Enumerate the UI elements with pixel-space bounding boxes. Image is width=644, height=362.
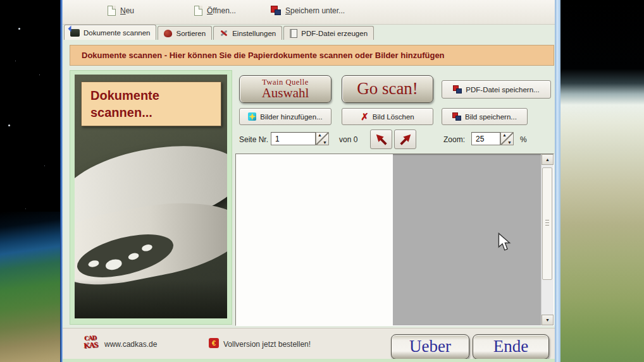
scanner-photo: Dokumente scannen...: [75, 75, 227, 318]
tab-label: Einstellungen: [232, 30, 276, 37]
twain-source-button[interactable]: Twain Quelle Auswahl: [239, 75, 331, 103]
footer-bar: CAD KAS www.cadkas.de € Vollversion jetz…: [63, 328, 555, 359]
open-file-icon: [194, 6, 202, 16]
desktop: Neu Öffnen... Speichern unter... Dokumen…: [0, 0, 644, 362]
open-button[interactable]: Öffnen...: [194, 6, 236, 16]
add-images-button[interactable]: Bilder hinzufügen...: [239, 108, 331, 125]
save-as-icon: [271, 6, 281, 15]
delete-image-button[interactable]: ✗ Bild Löschen: [342, 108, 433, 125]
zoom-spinner[interactable]: ▲ ▼: [500, 132, 514, 145]
spin-up-icon[interactable]: ▲: [502, 133, 507, 137]
info-banner: Dokumente scannen - Hier können Sie die …: [70, 45, 554, 66]
add-image-icon: [248, 112, 256, 121]
info-banner-text: Dokumente scannen - Hier können Sie die …: [82, 51, 445, 60]
go-scan-button[interactable]: Go scan!: [342, 75, 433, 103]
tab-bar: Dokumente scannen Sortieren Einstellunge…: [64, 25, 375, 40]
tab-label: Dokumente scannen: [84, 29, 150, 37]
tab-label: PDF-Datei erzeugen: [301, 30, 368, 37]
page-number-label: Seite Nr.: [239, 135, 268, 144]
earth-limb-right: [559, 0, 644, 362]
scroll-up-button[interactable]: ▲: [542, 154, 554, 165]
new-button-label: Neu: [120, 6, 134, 15]
spin-up-icon[interactable]: ▲: [318, 133, 322, 137]
delete-cross-icon: ✗: [361, 112, 369, 121]
mouse-cursor-icon: [497, 232, 511, 251]
pdf-save-icon: [453, 85, 462, 94]
rotate-left-button[interactable]: [370, 130, 392, 149]
vertical-scrollbar[interactable]: ▲ ▼: [541, 154, 554, 325]
earth-surface-left: [0, 212, 61, 362]
pdf-document-icon: [290, 29, 297, 38]
scrollbar-thumb[interactable]: [542, 167, 552, 280]
rotate-right-button[interactable]: [394, 130, 416, 149]
scrollbar-grip: [545, 220, 549, 226]
new-document-icon: [108, 6, 116, 16]
scanner-photo-panel: Dokumente scannen...: [70, 70, 232, 325]
tab-dokumente-scannen[interactable]: Dokumente scannen: [64, 25, 156, 40]
page-count-label: von 0: [339, 135, 357, 144]
tools-icon: [220, 29, 228, 37]
tab-einstellungen[interactable]: Einstellungen: [213, 26, 282, 40]
open-button-label: Öffnen...: [207, 6, 236, 15]
save-image-button[interactable]: Bild speichern...: [442, 108, 528, 125]
window-bottom-strip: [63, 359, 555, 362]
window-border-right: [555, 0, 560, 362]
zoom-unit-label: %: [520, 135, 527, 144]
add-images-label: Bilder hinzufügen...: [260, 113, 322, 121]
order-euro-icon[interactable]: €: [209, 338, 219, 348]
photo-shadow: [75, 279, 227, 318]
twain-source-line2: Auswahl: [240, 85, 331, 101]
arrow-up-left-icon: [375, 133, 388, 147]
zoom-input[interactable]: [471, 132, 500, 145]
scroll-down-button[interactable]: ▼: [542, 315, 554, 325]
order-link[interactable]: Vollversion jetzt bestellen!: [223, 340, 311, 349]
tab-label: Sortieren: [176, 30, 206, 37]
sort-icon: [164, 30, 172, 37]
arrow-up-right-icon: [399, 133, 412, 147]
page-number-spinner[interactable]: ▲ ▼: [316, 132, 329, 145]
spin-down-icon[interactable]: ▼: [323, 140, 327, 145]
website-link[interactable]: www.cadkas.de: [104, 340, 157, 349]
preview-page: [236, 154, 393, 325]
delete-image-label: Bild Löschen: [373, 113, 414, 121]
zoom-label: Zoom:: [443, 135, 465, 144]
scanner-icon: [70, 29, 80, 37]
save-as-button-label: Speichern unter...: [285, 6, 345, 15]
image-save-icon: [452, 112, 461, 121]
window-body: Neu Öffnen... Speichern unter... Dokumen…: [63, 0, 555, 362]
photo-caption-line1: Dokumente: [90, 87, 221, 104]
save-pdf-button[interactable]: PDF-Datei speichern...: [442, 80, 551, 99]
photo-caption: Dokumente scannen...: [81, 81, 221, 126]
photo-caption-line2: scannen...: [90, 104, 221, 121]
tab-pdf-erzeugen[interactable]: PDF-Datei erzeugen: [283, 26, 374, 40]
starfield: [0, 0, 1, 1]
new-button[interactable]: Neu: [108, 6, 134, 16]
spin-down-icon[interactable]: ▼: [507, 140, 512, 145]
cadkas-logo: CAD KAS: [80, 334, 101, 354]
save-image-label: Bild speichern...: [465, 113, 517, 121]
page-number-input[interactable]: [271, 132, 316, 145]
save-pdf-label: PDF-Datei speichern...: [466, 86, 539, 94]
about-button[interactable]: Ueber: [391, 334, 469, 359]
exit-button[interactable]: Ende: [473, 334, 549, 359]
save-as-button[interactable]: Speichern unter...: [271, 6, 345, 15]
tab-sortieren[interactable]: Sortieren: [158, 26, 212, 40]
scan2pdf-window: Neu Öffnen... Speichern unter... Dokumen…: [60, 0, 560, 362]
toolbar: Neu Öffnen... Speichern unter...: [63, 0, 555, 25]
